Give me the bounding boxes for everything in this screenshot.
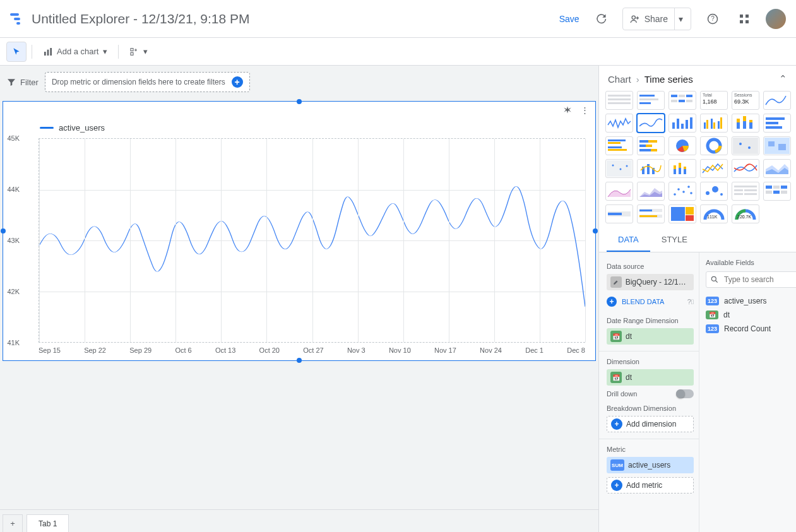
y-tick: 43K xyxy=(6,237,20,244)
chart-type-geomap[interactable] xyxy=(732,136,759,155)
field-record-count[interactable]: 123Record Count xyxy=(706,322,796,336)
chart-type-combo[interactable] xyxy=(637,159,665,178)
chart-type-bullet[interactable] xyxy=(605,204,633,223)
svg-rect-50 xyxy=(639,145,646,147)
resize-handle-n[interactable] xyxy=(297,99,302,104)
share-dropdown-icon[interactable]: ▾ xyxy=(674,8,687,30)
svg-rect-13 xyxy=(608,98,631,100)
resize-handle-e[interactable] xyxy=(593,228,598,233)
chart-type-pivot-heatmap[interactable] xyxy=(763,182,791,201)
svg-rect-53 xyxy=(651,149,657,151)
chart-selection-frame[interactable]: ⋮ active_users 45K 44K 43K 42K 41K xyxy=(3,101,596,361)
chart-type-bubble[interactable] xyxy=(700,182,728,201)
chart-type-table[interactable] xyxy=(605,91,633,110)
page-tab-1[interactable]: Tab 1 xyxy=(27,514,69,532)
svg-rect-74 xyxy=(684,169,686,174)
field-dt[interactable]: 📅dt xyxy=(706,308,796,322)
save-button[interactable]: Save xyxy=(559,14,579,24)
chart-type-geomap-world[interactable] xyxy=(605,159,633,178)
chart-type-area-stacked[interactable] xyxy=(763,159,791,178)
blend-data-button[interactable]: BLEND DATA xyxy=(622,298,664,305)
x-tick: Oct 20 xyxy=(259,346,280,354)
field-search-input[interactable] xyxy=(723,275,796,285)
selection-tool[interactable] xyxy=(6,42,27,62)
svg-point-0 xyxy=(632,16,635,19)
chart-type-timeseries-jagged[interactable] xyxy=(605,114,633,133)
field-active_users[interactable]: 123active_users xyxy=(706,294,796,308)
chart-type-geomap-filled[interactable] xyxy=(763,136,791,155)
document-title[interactable]: Untitled Explorer - 12/13/21, 9:18 PM xyxy=(32,11,559,27)
chart-type-pivot[interactable] xyxy=(732,182,759,201)
chip-date-range-dim[interactable]: 📅 dt xyxy=(607,328,694,345)
blend-help-icon[interactable]: ?⃝ xyxy=(687,298,694,305)
chart-type-hbar[interactable] xyxy=(763,114,791,133)
add-dimension-button[interactable]: + Add dimension xyxy=(607,416,694,432)
chart-type-scorecard[interactable]: Total1,168 xyxy=(700,91,728,110)
chart-type-table-bars[interactable] xyxy=(637,91,665,110)
chart-type-table-heatmap[interactable] xyxy=(668,91,696,110)
help-icon[interactable]: ? xyxy=(703,9,723,29)
svg-text:?: ? xyxy=(711,15,715,22)
panel-breadcrumb-root[interactable]: Chart xyxy=(608,74,631,85)
tab-style[interactable]: STYLE xyxy=(650,228,699,252)
y-tick: 45K xyxy=(6,134,20,142)
chart-type-multiline-smooth[interactable] xyxy=(732,159,759,178)
label-metric: Metric xyxy=(607,446,694,453)
apps-icon[interactable] xyxy=(734,9,754,29)
chart-type-bullet-multi[interactable] xyxy=(637,204,665,223)
account-avatar[interactable] xyxy=(766,9,786,29)
panel-breadcrumb-current: Time series xyxy=(645,74,693,85)
add-metric-button[interactable]: + Add metric xyxy=(607,477,694,494)
share-button[interactable]: Share ▾ xyxy=(622,8,691,30)
svg-rect-23 xyxy=(686,100,692,102)
field-search[interactable] xyxy=(706,271,796,288)
add-tab-button[interactable]: + xyxy=(3,514,23,532)
svg-rect-71 xyxy=(679,163,681,168)
collapse-panel-icon[interactable]: ⌃ xyxy=(779,73,787,85)
field-label: Record Count xyxy=(724,324,771,333)
add-chart-button[interactable]: Add a chart ▾ xyxy=(37,42,113,62)
svg-point-82 xyxy=(720,193,723,196)
numeric-badge: 123 xyxy=(706,297,719,305)
chart-type-combo-stacked[interactable] xyxy=(668,159,696,178)
chip-dimension[interactable]: 📅 dt xyxy=(607,369,694,386)
chip-metric[interactable]: SUM active_users xyxy=(607,457,694,473)
chart-type-gauge[interactable]: 111K xyxy=(700,204,728,223)
chip-data-source[interactable]: BigQuery - 12/13/... xyxy=(607,274,694,290)
svg-rect-60 xyxy=(768,141,775,146)
chart-type-area-multi[interactable] xyxy=(637,182,665,201)
chart-type-hbar-stacked[interactable] xyxy=(637,136,665,155)
chart-type-treemap[interactable] xyxy=(668,204,696,223)
resize-handle-w[interactable] xyxy=(1,228,6,233)
legend-label: active_users xyxy=(59,123,105,133)
svg-point-64 xyxy=(620,168,622,170)
svg-point-78 xyxy=(687,186,690,188)
resize-handle-s[interactable] xyxy=(297,358,302,363)
chart-type-pie[interactable] xyxy=(668,136,696,155)
chart-type-gauge-2[interactable]: 220.7K xyxy=(732,204,759,223)
chart-type-timeseries-smooth[interactable] xyxy=(637,114,665,133)
chart-plot-area: 45K 44K 43K 42K 41K xyxy=(22,138,585,343)
chart-type-bar[interactable] xyxy=(668,114,696,133)
svg-rect-47 xyxy=(608,149,627,151)
share-label: Share xyxy=(645,14,668,24)
chart-type-sparkline[interactable] xyxy=(763,91,791,110)
blend-add-icon[interactable]: + xyxy=(607,297,617,307)
refresh-icon[interactable] xyxy=(591,9,611,29)
chart-more-icon[interactable]: ⋮ xyxy=(581,105,589,116)
chart-type-donut[interactable] xyxy=(700,136,728,155)
add-control-button[interactable]: ▾ xyxy=(124,42,153,62)
chart-type-bar-stacked[interactable] xyxy=(732,114,759,133)
tab-data[interactable]: DATA xyxy=(607,228,650,252)
svg-point-76 xyxy=(677,188,680,191)
chart-type-scatter[interactable] xyxy=(668,182,696,201)
chart-type-bar-grouped[interactable] xyxy=(700,114,728,133)
quick-insight-icon[interactable] xyxy=(563,105,572,116)
chart-type-area-smooth[interactable] xyxy=(605,182,633,201)
chart-type-scorecard-compact[interactable]: Sessions69.3K xyxy=(732,91,759,110)
filter-drop-zone[interactable]: Drop metric or dimension fields here to … xyxy=(45,72,250,92)
chart-type-multiline[interactable] xyxy=(700,159,728,178)
drill-down-toggle[interactable] xyxy=(676,389,694,398)
chart-type-hbar-grouped[interactable] xyxy=(605,136,633,155)
add-filter-icon[interactable]: + xyxy=(232,76,243,88)
